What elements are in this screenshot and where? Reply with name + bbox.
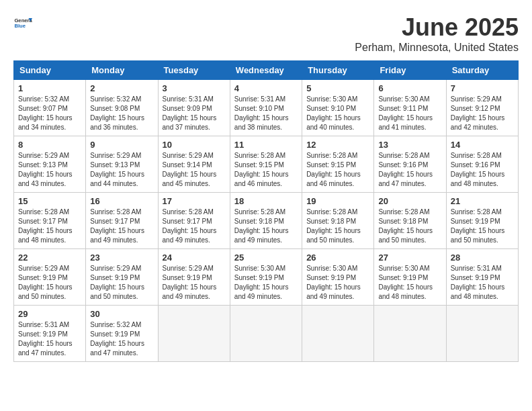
day-cell-4: 4 Sunrise: 5:31 AMSunset: 9:10 PMDayligh… [230,80,302,136]
calendar-col-monday: Monday [86,61,158,80]
day-cell-25: 25 Sunrise: 5:30 AMSunset: 9:19 PMDaylig… [230,249,302,306]
day-number: 20 [378,196,441,206]
day-info: Sunrise: 5:28 AMSunset: 9:16 PMDaylight:… [378,151,441,189]
day-number: 11 [234,140,298,150]
day-cell-11: 11 Sunrise: 5:28 AMSunset: 9:15 PMDaylig… [230,136,302,193]
calendar-col-thursday: Thursday [302,61,374,80]
day-number: 25 [234,253,298,263]
day-info: Sunrise: 5:28 AMSunset: 9:19 PMDaylight:… [451,208,514,245]
day-number: 17 [163,196,226,206]
calendar-col-friday: Friday [374,61,446,80]
day-info: Sunrise: 5:32 AMSunset: 9:07 PMDaylight:… [18,95,81,132]
day-info: Sunrise: 5:30 AMSunset: 9:19 PMDaylight:… [306,264,369,302]
day-cell-27: 27 Sunrise: 5:30 AMSunset: 9:19 PMDaylig… [374,249,446,306]
day-cell-23: 23 Sunrise: 5:29 AMSunset: 9:19 PMDaylig… [86,249,158,306]
empty-cell [230,306,302,362]
day-cell-20: 20 Sunrise: 5:28 AMSunset: 9:18 PMDaylig… [374,193,446,249]
main-title: June 2025 [355,13,519,42]
day-info: Sunrise: 5:28 AMSunset: 9:15 PMDaylight:… [306,151,369,189]
day-info: Sunrise: 5:30 AMSunset: 9:19 PMDaylight:… [378,264,441,302]
logo: General Blue [13,13,32,32]
day-info: Sunrise: 5:28 AMSunset: 9:17 PMDaylight:… [90,208,153,245]
day-number: 16 [90,196,153,206]
svg-text:Blue: Blue [14,23,26,29]
day-cell-2: 2 Sunrise: 5:32 AMSunset: 9:08 PMDayligh… [86,80,158,136]
day-cell-10: 10 Sunrise: 5:29 AMSunset: 9:14 PMDaylig… [158,136,230,193]
empty-cell [158,306,230,362]
header: General Blue June 2025 Perham, Minnesota… [13,13,519,54]
day-info: Sunrise: 5:31 AMSunset: 9:10 PMDaylight:… [234,95,298,132]
day-info: Sunrise: 5:31 AMSunset: 9:19 PMDaylight:… [18,320,81,358]
day-cell-12: 12 Sunrise: 5:28 AMSunset: 9:15 PMDaylig… [302,136,374,193]
day-info: Sunrise: 5:29 AMSunset: 9:19 PMDaylight:… [18,264,81,302]
day-cell-1: 1 Sunrise: 5:32 AMSunset: 9:07 PMDayligh… [14,80,86,136]
day-cell-28: 28 Sunrise: 5:31 AMSunset: 9:19 PMDaylig… [446,249,518,306]
day-info: Sunrise: 5:32 AMSunset: 9:08 PMDaylight:… [90,95,153,132]
day-info: Sunrise: 5:28 AMSunset: 9:17 PMDaylight:… [18,208,81,245]
day-info: Sunrise: 5:32 AMSunset: 9:19 PMDaylight:… [90,320,153,358]
day-number: 1 [18,83,81,93]
calendar-table: SundayMondayTuesdayWednesdayThursdayFrid… [13,60,519,362]
day-info: Sunrise: 5:28 AMSunset: 9:15 PMDaylight:… [234,151,298,189]
day-cell-13: 13 Sunrise: 5:28 AMSunset: 9:16 PMDaylig… [374,136,446,193]
day-cell-24: 24 Sunrise: 5:29 AMSunset: 9:19 PMDaylig… [158,249,230,306]
day-number: 14 [451,140,514,150]
day-cell-6: 6 Sunrise: 5:30 AMSunset: 9:11 PMDayligh… [374,80,446,136]
day-info: Sunrise: 5:28 AMSunset: 9:18 PMDaylight:… [306,208,369,245]
day-info: Sunrise: 5:29 AMSunset: 9:12 PMDaylight:… [451,95,514,132]
day-info: Sunrise: 5:28 AMSunset: 9:17 PMDaylight:… [163,208,226,245]
subtitle: Perham, Minnesota, United States [355,42,519,54]
day-cell-30: 30 Sunrise: 5:32 AMSunset: 9:19 PMDaylig… [86,306,158,362]
calendar-col-saturday: Saturday [446,61,518,80]
day-number: 13 [378,140,441,150]
week-row-3: 15 Sunrise: 5:28 AMSunset: 9:17 PMDaylig… [14,193,519,249]
day-cell-5: 5 Sunrise: 5:30 AMSunset: 9:10 PMDayligh… [302,80,374,136]
day-info: Sunrise: 5:31 AMSunset: 9:09 PMDaylight:… [163,95,226,132]
week-row-2: 8 Sunrise: 5:29 AMSunset: 9:13 PMDayligh… [14,136,519,193]
day-info: Sunrise: 5:28 AMSunset: 9:18 PMDaylight:… [378,208,441,245]
day-number: 19 [306,196,369,206]
empty-cell [374,306,446,362]
day-info: Sunrise: 5:29 AMSunset: 9:19 PMDaylight:… [163,264,226,302]
day-cell-14: 14 Sunrise: 5:28 AMSunset: 9:16 PMDaylig… [446,136,518,193]
day-cell-19: 19 Sunrise: 5:28 AMSunset: 9:18 PMDaylig… [302,193,374,249]
day-info: Sunrise: 5:30 AMSunset: 9:19 PMDaylight:… [234,264,298,302]
day-number: 23 [90,253,153,263]
day-cell-15: 15 Sunrise: 5:28 AMSunset: 9:17 PMDaylig… [14,193,86,249]
day-number: 12 [306,140,369,150]
day-number: 29 [18,309,81,319]
day-number: 9 [90,140,153,150]
day-info: Sunrise: 5:30 AMSunset: 9:11 PMDaylight:… [378,95,441,132]
day-info: Sunrise: 5:29 AMSunset: 9:13 PMDaylight:… [18,151,81,189]
logo-icon: General Blue [13,13,32,32]
day-number: 3 [163,83,226,93]
day-number: 24 [163,253,226,263]
title-area: June 2025 Perham, Minnesota, United Stat… [355,13,519,54]
day-number: 18 [234,196,298,206]
day-number: 27 [378,253,441,263]
day-cell-3: 3 Sunrise: 5:31 AMSunset: 9:09 PMDayligh… [158,80,230,136]
day-cell-9: 9 Sunrise: 5:29 AMSunset: 9:13 PMDayligh… [86,136,158,193]
day-cell-29: 29 Sunrise: 5:31 AMSunset: 9:19 PMDaylig… [14,306,86,362]
day-number: 7 [451,83,514,93]
empty-cell [446,306,518,362]
day-number: 15 [18,196,81,206]
day-info: Sunrise: 5:29 AMSunset: 9:19 PMDaylight:… [90,264,153,302]
day-number: 4 [234,83,298,93]
day-cell-8: 8 Sunrise: 5:29 AMSunset: 9:13 PMDayligh… [14,136,86,193]
day-number: 5 [306,83,369,93]
day-cell-22: 22 Sunrise: 5:29 AMSunset: 9:19 PMDaylig… [14,249,86,306]
day-number: 2 [90,83,153,93]
day-cell-18: 18 Sunrise: 5:28 AMSunset: 9:18 PMDaylig… [230,193,302,249]
week-row-1: 1 Sunrise: 5:32 AMSunset: 9:07 PMDayligh… [14,80,519,136]
day-number: 6 [378,83,441,93]
calendar-col-sunday: Sunday [14,61,86,80]
day-number: 21 [451,196,514,206]
day-number: 10 [163,140,226,150]
week-row-4: 22 Sunrise: 5:29 AMSunset: 9:19 PMDaylig… [14,249,519,306]
day-number: 26 [306,253,369,263]
day-info: Sunrise: 5:31 AMSunset: 9:19 PMDaylight:… [451,264,514,302]
day-cell-7: 7 Sunrise: 5:29 AMSunset: 9:12 PMDayligh… [446,80,518,136]
week-row-5: 29 Sunrise: 5:31 AMSunset: 9:19 PMDaylig… [14,306,519,362]
day-info: Sunrise: 5:28 AMSunset: 9:18 PMDaylight:… [234,208,298,245]
